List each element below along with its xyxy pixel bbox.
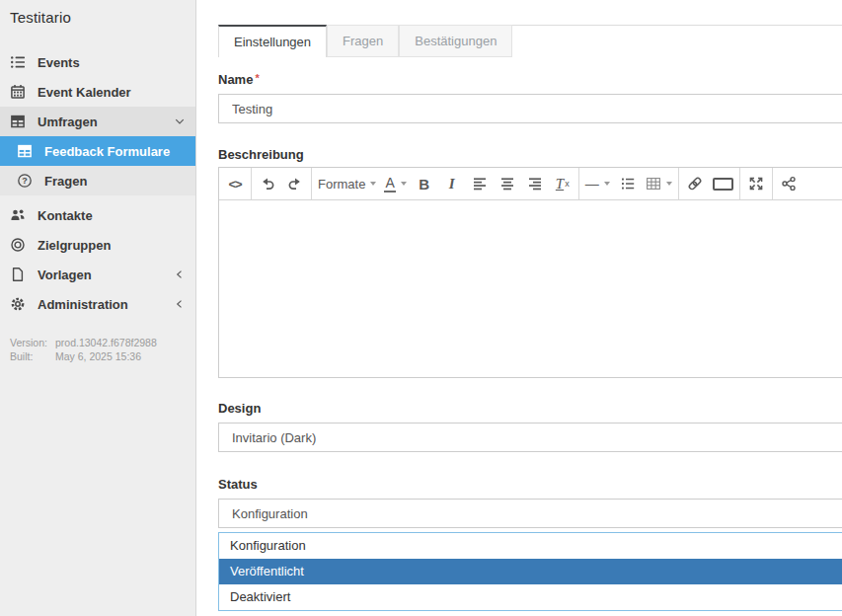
horizontal-rule-button[interactable]: — [581,170,614,197]
tab-bestaetigungen[interactable]: Bestätigungen [399,25,512,57]
sidebar-item-feedback-formulare[interactable]: Feedback Formulare [0,136,195,166]
tab-einstellungen[interactable]: Einstellungen [218,25,327,57]
sidebar-item-label: Event Kalender [38,85,186,100]
italic-button[interactable]: I [438,170,466,197]
chevron-left-icon [174,269,186,280]
source-code-button[interactable]: <> [221,170,249,197]
insert-button-element-button[interactable] [709,170,737,197]
tab-bar: Einstellungen Fragen Bestätigungen [218,25,842,57]
align-center-button[interactable] [494,170,521,197]
chevron-down-icon [174,116,186,127]
link-icon [687,176,703,192]
formats-dropdown[interactable]: Formate [314,170,380,197]
bullet-list-icon [620,176,636,192]
sidebar-item-fragen[interactable]: ? Fragen [0,166,195,195]
required-marker: * [255,72,259,84]
redo-button[interactable] [281,170,309,197]
built-label: Built: [10,349,55,363]
question-icon: ? [17,173,33,189]
editor-toolbar: <> [219,168,842,200]
sidebar-item-umfragen[interactable]: Umfragen [0,107,195,136]
sidebar-item-events[interactable]: Events [0,47,195,77]
fullscreen-icon [748,176,764,192]
document-icon [10,267,26,282]
version-value: prod.13042.f678f2988 [55,336,157,349]
align-right-icon [527,176,543,192]
status-option-konfiguration[interactable]: Konfiguration [219,533,842,559]
sidebar-item-label: Fragen [44,174,186,189]
version-info: Version: prod.13042.f678f2988 Built: May… [0,336,195,363]
sidebar-item-label: Events [38,55,186,70]
rich-text-editor: <> [218,167,842,378]
align-left-button[interactable] [466,170,494,197]
calendar-icon [10,84,26,100]
status-option-deaktiviert[interactable]: Deaktiviert [219,584,842,610]
name-label: Name* [218,72,842,87]
sidebar-item-label: Feedback Formulare [44,144,186,159]
built-value: May 6, 2025 15:36 [55,349,141,363]
sidebar-item-label: Zielgruppen [38,238,186,253]
list-icon [10,54,26,70]
main-content: Einstellungen Fragen Bestätigungen Name*… [197,0,842,616]
share-button[interactable] [775,170,803,197]
table-icon [10,114,26,129]
share-icon [781,176,797,192]
undo-icon [260,176,275,192]
bullet-list-button[interactable] [614,170,642,197]
target-icon [10,237,26,253]
beschreibung-label: Beschreibung [218,147,842,162]
app-title: Testitario [0,0,195,35]
status-label: Status [218,477,842,492]
design-select[interactable] [218,423,842,452]
bold-button[interactable]: B [411,170,438,197]
caret-down-icon [666,182,672,186]
editor-content-area[interactable] [219,200,842,377]
fullscreen-button[interactable] [742,170,770,197]
button-shape-icon [713,178,733,191]
design-label: Design [218,401,842,416]
sidebar-item-label: Vorlagen [38,268,174,282]
status-dropdown-list: Konfiguration Veröffentlicht Deaktiviert [218,532,842,611]
tab-fragen[interactable]: Fragen [327,25,399,57]
sidebar-item-label: Administration [38,297,174,312]
svg-text:?: ? [22,176,28,186]
insert-link-button[interactable] [681,170,709,197]
table-button[interactable] [642,170,676,197]
sidebar: Testitario Events [0,0,196,616]
sidebar-item-zielgruppen[interactable]: Zielgruppen [0,230,195,260]
name-input[interactable] [218,94,842,123]
app-window: Testitario Events [0,0,842,616]
status-select[interactable] [218,499,842,528]
sidebar-item-label: Umfragen [38,115,174,129]
caret-down-icon [401,182,407,186]
undo-button[interactable] [254,170,281,197]
align-right-button[interactable] [521,170,549,197]
sidebar-item-kontakte[interactable]: Kontakte [0,200,195,230]
clear-formatting-button[interactable]: Tx [549,170,576,197]
table-grid-icon [646,176,661,192]
align-left-icon [472,176,488,192]
sidebar-nav: Events Event Kalender [0,47,195,319]
version-label: Version: [10,336,55,349]
sidebar-item-label: Kontakte [38,208,186,223]
people-icon [10,207,26,223]
sidebar-item-administration[interactable]: Administration [0,289,195,319]
caret-down-icon [370,182,376,186]
table-icon [17,143,33,159]
sidebar-item-event-kalender[interactable]: Event Kalender [0,77,195,107]
status-option-veroeffentlicht[interactable]: Veröffentlicht [219,559,842,584]
caret-down-icon [604,182,610,186]
redo-icon [287,176,303,192]
gear-icon [10,296,26,312]
text-color-button[interactable]: A [380,170,410,197]
chevron-left-icon [174,298,186,310]
sidebar-item-vorlagen[interactable]: Vorlagen [0,260,195,289]
align-center-icon [499,176,515,192]
